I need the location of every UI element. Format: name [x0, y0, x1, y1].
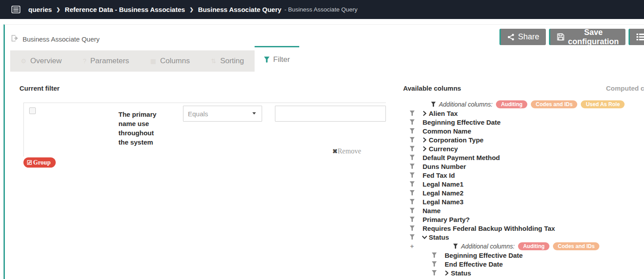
additional-columns-label: Additional columns: [439, 101, 492, 108]
overview-icon: ⚙ [21, 57, 27, 65]
breadcrumb-current-query[interactable]: Business Associate Query [198, 6, 282, 13]
group-button[interactable]: Group [23, 157, 56, 168]
tab-sorting-label: Sorting [220, 57, 244, 65]
chevron-right-icon[interactable] [445, 270, 449, 276]
tab-filter[interactable]: Filter [255, 46, 299, 72]
column-item-common-name[interactable]: Common Name [403, 126, 644, 135]
column-item-default-payment-method[interactable]: Default Payment Method [403, 153, 644, 162]
filter-plus-icon[interactable] [410, 181, 415, 187]
badge-codes-and-ids[interactable]: Codes and IDs [531, 100, 577, 108]
operator-select[interactable]: Equals [183, 106, 262, 122]
column-label: Default Payment Method [423, 154, 500, 161]
filter-plus-icon[interactable] [410, 128, 415, 134]
current-filter-panel: Current filter The primary name use thro… [19, 84, 391, 168]
chevron-right-icon[interactable] [423, 146, 427, 152]
chevron-right-icon: ❯ [190, 7, 194, 12]
save-label: Save configuration [568, 28, 619, 46]
filter-plus-icon[interactable] [410, 137, 415, 142]
badge-codes-and-ids[interactable]: Codes and IDs [553, 242, 599, 250]
filter-plus-icon[interactable] [410, 146, 415, 151]
column-label: Requires Federal Backup Withholding Tax [423, 225, 555, 232]
column-label: End Effective Date [445, 260, 503, 268]
tab-columns[interactable]: ▦ Columns [140, 50, 200, 72]
column-label: Beginning Effective Date [423, 118, 501, 126]
filter-plus-icon[interactable] [432, 270, 437, 275]
filter-operator-cell: Equals [183, 103, 275, 157]
tab-bar: ⚙ Overview ? Parameters ▦ Columns ⇅ Sort… [10, 46, 299, 72]
column-item-status-end-effective-date[interactable]: End Effective Date [403, 260, 644, 268]
tab-parameters-label: Parameters [90, 57, 129, 65]
filter-plus-icon[interactable] [410, 155, 415, 160]
column-item-status[interactable]: Status [403, 233, 644, 241]
filter-plus-icon[interactable] [410, 164, 415, 169]
share-icon [507, 34, 514, 41]
column-item-legal-name1[interactable]: Legal Name1 [403, 180, 644, 188]
column-item-requires-federal-backup-withholding-tax[interactable]: Requires Federal Backup Withholding Tax [403, 224, 644, 233]
column-item-legal-name3[interactable]: Legal Name3 [403, 197, 644, 206]
tab-sorting[interactable]: ⇅ Sorting [200, 50, 255, 72]
group-label: Group [33, 159, 50, 166]
columns-icon: ▦ [150, 57, 156, 65]
column-item-corporation-type[interactable]: Corporation Type [403, 135, 644, 144]
column-item-status-beginning-effective-date[interactable]: Beginning Effective Date [403, 251, 644, 260]
column-item-duns-number[interactable]: Duns Number [403, 162, 644, 171]
filter-plus-icon[interactable] [410, 234, 415, 240]
column-label: Alien Tax [429, 110, 458, 117]
column-label: Primary Party? [423, 216, 470, 223]
chevron-right-icon[interactable] [423, 137, 427, 143]
column-label: Fed Tax Id [423, 172, 455, 179]
filter-plus-icon[interactable] [410, 111, 415, 116]
filter-plus-icon[interactable] [410, 199, 415, 204]
column-label: Common Name [423, 127, 471, 135]
sorting-icon: ⇅ [211, 57, 216, 65]
breadcrumb-reference-data[interactable]: Reference Data - Business Associates [65, 6, 185, 13]
breadcrumb-queries[interactable]: queries [28, 6, 52, 13]
column-label: Currency [429, 145, 458, 153]
grid-icon [636, 34, 644, 41]
toolbar: Share Save configuration [499, 29, 644, 45]
column-item-legal-name2[interactable]: Legal Name2 [403, 188, 644, 197]
breadcrumb-subtitle: - Business Associate Query [285, 6, 358, 13]
filter-plus-icon[interactable] [410, 119, 415, 125]
column-item-currency[interactable]: Currency [403, 144, 644, 153]
column-item-name[interactable]: Name [403, 206, 644, 215]
badge-auditing[interactable]: Auditing [496, 100, 527, 108]
save-configuration-button[interactable]: Save configuration [549, 29, 625, 45]
columns-grid-button[interactable] [629, 29, 644, 45]
remove-filter-link[interactable]: ✖Remove [275, 147, 386, 155]
filter-field-label: The primary name use throughout the syst… [118, 103, 183, 157]
filter-plus-icon[interactable] [410, 190, 415, 195]
filter-plus-icon[interactable] [410, 225, 415, 231]
column-item-primary-party[interactable]: Primary Party? [403, 215, 644, 224]
menu-list-icon[interactable] [11, 6, 20, 13]
column-label: Duns Number [423, 163, 466, 170]
share-button[interactable]: Share [499, 29, 546, 45]
column-item-status-status[interactable]: Status [403, 268, 644, 277]
share-label: Share [518, 32, 539, 42]
plus-icon[interactable]: + [410, 243, 415, 250]
available-columns-panel: Available columns Computed columns Addit… [403, 84, 644, 277]
filter-plus-icon[interactable] [432, 252, 437, 258]
column-item-beginning-effective-date[interactable]: Beginning Effective Date [403, 118, 644, 126]
chevron-down-icon[interactable] [422, 235, 427, 239]
filter-plus-icon[interactable] [432, 261, 437, 267]
chevron-right-icon[interactable] [423, 111, 427, 116]
badge-auditing[interactable]: Auditing [518, 242, 549, 250]
additional-columns-row: Additional columns: Auditing Codes and I… [403, 99, 644, 109]
additional-columns-label: Additional columns: [461, 243, 514, 250]
save-icon [557, 33, 564, 41]
tab-overview[interactable]: ⚙ Overview [10, 50, 72, 72]
tab-parameters[interactable]: ? Parameters [72, 50, 140, 72]
filter-value-input[interactable] [275, 106, 386, 122]
filter-plus-icon[interactable] [410, 172, 415, 178]
status-additional-columns-row: + Additional columns: Auditing Codes and… [403, 241, 644, 251]
badge-used-as-role[interactable]: Used As Role [581, 100, 625, 108]
filter-icon [453, 244, 458, 249]
column-item-alien-tax[interactable]: Alien Tax [403, 109, 644, 118]
filter-plus-icon[interactable] [410, 217, 415, 222]
filter-plus-icon[interactable] [410, 208, 415, 213]
column-label: Status [451, 269, 471, 277]
column-item-fed-tax-id[interactable]: Fed Tax Id [403, 171, 644, 180]
tab-overview-label: Overview [30, 57, 62, 65]
filter-row-checkbox[interactable] [29, 107, 36, 114]
